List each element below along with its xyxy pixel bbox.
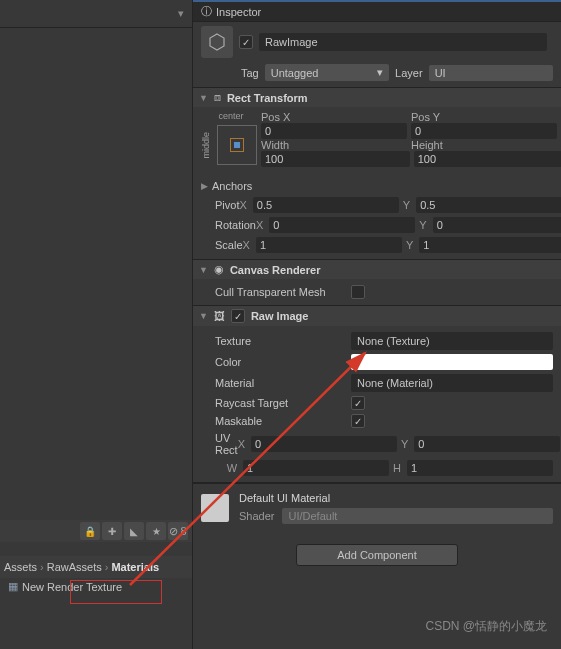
color-label: Color bbox=[201, 356, 351, 368]
gameobject-icon[interactable] bbox=[201, 26, 233, 58]
width-label: Width bbox=[261, 139, 407, 151]
maskable-label: Maskable bbox=[201, 415, 351, 427]
add-component-area: Add Component bbox=[193, 532, 561, 578]
render-texture-icon: ▦ bbox=[8, 580, 18, 593]
inspector-tab[interactable]: ⓘ Inspector bbox=[193, 0, 561, 22]
hidden-count[interactable]: ⊘8 bbox=[168, 522, 188, 540]
width-field[interactable] bbox=[261, 151, 410, 167]
plus-icon[interactable]: ✚ bbox=[102, 522, 122, 540]
pos-y-label: Pos Y bbox=[411, 111, 557, 123]
component-enabled-checkbox[interactable] bbox=[231, 309, 245, 323]
anchor-preset-button[interactable] bbox=[217, 125, 257, 165]
chevron-right-icon: › bbox=[105, 561, 109, 573]
axis-x-label: X bbox=[238, 438, 245, 450]
pos-x-field[interactable] bbox=[261, 123, 407, 139]
color-field[interactable] bbox=[351, 354, 553, 370]
pivot-label: Pivot bbox=[201, 199, 239, 211]
texture-label: Texture bbox=[201, 335, 351, 347]
axis-w-label: W bbox=[227, 462, 237, 474]
pivot-y-field[interactable] bbox=[416, 197, 561, 213]
component-title: Canvas Renderer bbox=[230, 264, 321, 276]
scale-label: Scale bbox=[201, 239, 243, 251]
scale-x-field[interactable] bbox=[256, 237, 402, 253]
component-header[interactable]: ▼ 🖼 Raw Image bbox=[193, 306, 561, 326]
axis-y-label: Y bbox=[403, 199, 410, 211]
chevron-down-icon: ▾ bbox=[377, 66, 383, 79]
material-title: Default UI Material bbox=[239, 492, 553, 504]
breadcrumb: Assets › RawAssets › Materials bbox=[0, 556, 192, 578]
uv-y-field[interactable] bbox=[414, 436, 560, 452]
raycast-checkbox[interactable] bbox=[351, 396, 365, 410]
anchor-preset-label: center bbox=[218, 111, 243, 121]
axis-y-label: Y bbox=[406, 239, 413, 251]
lock-icon[interactable]: 🔒 bbox=[80, 522, 100, 540]
rot-y-field[interactable] bbox=[433, 217, 561, 233]
foldout-icon[interactable]: ▼ bbox=[199, 265, 208, 275]
axis-x-label: X bbox=[256, 219, 263, 231]
canvas-renderer-icon: ◉ bbox=[214, 263, 224, 276]
component-header[interactable]: ▼ ⧈ Rect Transform bbox=[193, 88, 561, 107]
texture-field[interactable]: None (Texture) bbox=[351, 332, 553, 350]
pos-x-label: Pos X bbox=[261, 111, 407, 123]
inspector-title: Inspector bbox=[216, 6, 261, 18]
tag-label: Tag bbox=[241, 67, 259, 79]
chevron-right-icon: › bbox=[40, 561, 44, 573]
tag-dropdown[interactable]: Untagged▾ bbox=[265, 64, 389, 81]
add-component-button[interactable]: Add Component bbox=[296, 544, 458, 566]
enabled-checkbox[interactable] bbox=[239, 35, 253, 49]
layer-label: Layer bbox=[395, 67, 423, 79]
component-title: Rect Transform bbox=[227, 92, 308, 104]
axis-h-label: H bbox=[393, 462, 401, 474]
hierarchy-toolbar: ▾ bbox=[0, 0, 192, 28]
hierarchy-panel: ▾ 🔒 ✚ ◣ ★ ⊘8 Assets › RawAssets › Materi… bbox=[0, 0, 192, 649]
foldout-icon[interactable]: ▼ bbox=[199, 311, 208, 321]
uv-w-field[interactable] bbox=[243, 460, 389, 476]
raw-image-icon: 🖼 bbox=[214, 310, 225, 322]
collapse-icon[interactable]: ▾ bbox=[178, 7, 184, 20]
axis-x-label: X bbox=[239, 199, 246, 211]
axis-x-label: X bbox=[243, 239, 250, 251]
annotation-highlight bbox=[70, 580, 162, 604]
height-field[interactable] bbox=[414, 151, 561, 167]
object-header bbox=[193, 22, 561, 62]
tag-icon[interactable]: ◣ bbox=[124, 522, 144, 540]
anchor-middle-label: middle bbox=[201, 132, 211, 159]
layer-dropdown[interactable]: UI bbox=[429, 65, 553, 81]
rot-x-field[interactable] bbox=[269, 217, 415, 233]
rect-transform-icon: ⧈ bbox=[214, 91, 221, 104]
watermark: CSDN @恬静的小魔龙 bbox=[425, 618, 547, 635]
uvrect-label: UV Rect bbox=[201, 432, 238, 456]
inspector-icon: ⓘ bbox=[201, 4, 212, 19]
material-preview-icon[interactable] bbox=[201, 494, 229, 522]
material-field[interactable]: None (Material) bbox=[351, 374, 553, 392]
uv-h-field[interactable] bbox=[407, 460, 553, 476]
project-toolbar: 🔒 ✚ ◣ ★ ⊘8 bbox=[0, 520, 192, 542]
foldout-icon[interactable]: ▼ bbox=[199, 93, 208, 103]
object-name-field[interactable] bbox=[259, 33, 547, 51]
pivot-x-field[interactable] bbox=[253, 197, 399, 213]
breadcrumb-item-active[interactable]: Materials bbox=[111, 561, 159, 573]
rect-transform-component: ▼ ⧈ Rect Transform center middle Pos X P… bbox=[193, 88, 561, 260]
shader-dropdown[interactable]: UI/Default bbox=[282, 508, 553, 524]
pos-y-field[interactable] bbox=[411, 123, 557, 139]
foldout-icon[interactable]: ▶ bbox=[201, 181, 208, 191]
axis-y-label: Y bbox=[419, 219, 426, 231]
cull-label: Cull Transparent Mesh bbox=[201, 286, 351, 298]
star-icon[interactable]: ★ bbox=[146, 522, 166, 540]
height-label: Height bbox=[411, 139, 557, 151]
raycast-label: Raycast Target bbox=[201, 397, 351, 409]
inspector-panel: ⓘ Inspector Tag Untagged▾ Layer UI ▼ ⧈ R… bbox=[192, 0, 561, 649]
tag-layer-row: Tag Untagged▾ Layer UI bbox=[193, 62, 561, 88]
axis-y-label: Y bbox=[401, 438, 408, 450]
component-header[interactable]: ▼ ◉ Canvas Renderer bbox=[193, 260, 561, 279]
uv-x-field[interactable] bbox=[251, 436, 397, 452]
breadcrumb-item[interactable]: RawAssets bbox=[47, 561, 102, 573]
cull-checkbox[interactable] bbox=[351, 285, 365, 299]
default-material-section: Default UI Material Shader UI/Default bbox=[193, 483, 561, 532]
shader-label: Shader bbox=[239, 510, 274, 522]
scale-y-field[interactable] bbox=[419, 237, 561, 253]
maskable-checkbox[interactable] bbox=[351, 414, 365, 428]
canvas-renderer-component: ▼ ◉ Canvas Renderer Cull Transparent Mes… bbox=[193, 260, 561, 306]
material-label: Material bbox=[201, 377, 351, 389]
breadcrumb-item[interactable]: Assets bbox=[4, 561, 37, 573]
